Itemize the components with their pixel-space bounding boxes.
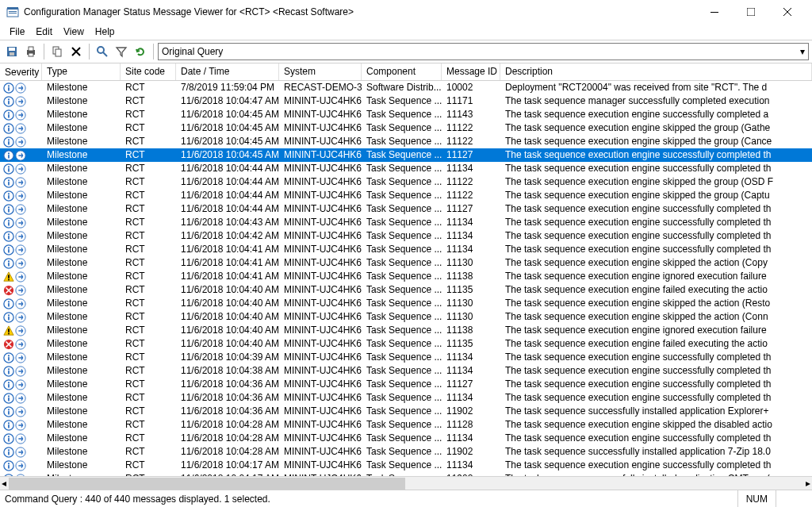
table-row[interactable]: MilestoneRCT11/6/2018 10:04:17 AMMININT-… — [0, 472, 812, 476]
table-row[interactable]: MilestoneRCT11/6/2018 10:04:36 AMMININT-… — [0, 378, 812, 391]
component-cell: Task Sequence ... — [362, 418, 442, 432]
refresh-icon[interactable] — [132, 43, 149, 60]
type-cell: Milestone — [42, 175, 121, 189]
info-icon — [3, 217, 14, 229]
table-row[interactable]: MilestoneRCT11/6/2018 10:04:44 AMMININT-… — [0, 202, 812, 216]
table-row[interactable]: MilestoneRCT11/6/2018 10:04:41 AMMININT-… — [0, 243, 812, 256]
svg-rect-103 — [8, 398, 10, 401]
table-row[interactable]: MilestoneRCT11/6/2018 10:04:45 AMMININT-… — [0, 148, 812, 162]
table-row[interactable]: MilestoneRCT11/6/2018 10:04:42 AMMININT-… — [0, 229, 812, 243]
table-row[interactable]: MilestoneRCT11/6/2018 10:04:36 AMMININT-… — [0, 405, 812, 418]
description-cell: The task sequence execution engine succe… — [500, 148, 812, 162]
header-site[interactable]: Site code — [121, 63, 176, 80]
query-dropdown[interactable]: Original Query ▾ — [158, 43, 809, 60]
severity-cell — [0, 81, 42, 94]
severity-cell — [0, 351, 42, 364]
header-component[interactable]: Component — [362, 63, 442, 80]
header-msgid[interactable]: Message ID — [442, 63, 500, 80]
table-row[interactable]: MilestoneRCT11/6/2018 10:04:41 AMMININT-… — [0, 256, 812, 270]
table-row[interactable]: MilestoneRCT11/6/2018 10:04:28 AMMININT-… — [0, 418, 812, 432]
date-cell: 11/6/2018 10:04:40 AM — [176, 337, 279, 351]
menu-help[interactable]: Help — [90, 25, 120, 38]
table-row[interactable]: MilestoneRCT11/6/2018 10:04:41 AMMININT-… — [0, 270, 812, 283]
find-icon[interactable] — [94, 43, 111, 60]
msgid-cell: 11134 — [442, 459, 500, 472]
message-grid[interactable]: Severity Type Site code Date / Time Syst… — [0, 63, 812, 476]
date-cell: 11/6/2018 10:04:17 AM — [176, 472, 279, 476]
copy-icon[interactable] — [48, 43, 66, 60]
svg-rect-91 — [8, 357, 10, 360]
severity-cell — [0, 135, 42, 148]
svg-rect-37 — [8, 155, 10, 158]
site-cell: RCT — [121, 445, 176, 459]
statusbar: Command Query : 440 of 440 messages disp… — [0, 490, 812, 507]
component-cell: Task Sequence ... — [362, 270, 442, 283]
severity-cell — [0, 337, 42, 351]
svg-rect-3 — [9, 13, 17, 13]
close-button[interactable] — [769, 0, 806, 24]
svg-rect-49 — [8, 195, 10, 198]
delete-icon[interactable] — [67, 43, 85, 60]
table-row[interactable]: MilestoneRCT11/6/2018 10:04:38 AMMININT-… — [0, 364, 812, 378]
type-cell: Milestone — [42, 121, 121, 135]
info-icon — [3, 433, 14, 444]
table-row[interactable]: MilestoneRCT7/8/2019 11:59:04 PMRECAST-D… — [0, 81, 812, 94]
header-type[interactable]: Type — [42, 63, 121, 80]
description-cell: The task sequence execution engine skipp… — [500, 189, 812, 202]
date-cell: 11/6/2018 10:04:47 AM — [176, 94, 279, 108]
arrow-icon — [15, 352, 26, 363]
filter-icon[interactable] — [113, 43, 130, 60]
component-cell: Task Sequence ... — [362, 216, 442, 229]
table-row[interactable]: MilestoneRCT11/6/2018 10:04:40 AMMININT-… — [0, 283, 812, 297]
table-row[interactable]: MilestoneRCT11/6/2018 10:04:28 AMMININT-… — [0, 432, 812, 445]
save-icon[interactable] — [3, 43, 21, 60]
scroll-left-icon[interactable]: ◂ — [0, 478, 8, 489]
table-row[interactable]: MilestoneRCT11/6/2018 10:04:47 AMMININT-… — [0, 94, 812, 108]
table-row[interactable]: MilestoneRCT11/6/2018 10:04:44 AMMININT-… — [0, 162, 812, 175]
table-row[interactable]: MilestoneRCT11/6/2018 10:04:40 AMMININT-… — [0, 297, 812, 310]
menu-view[interactable]: View — [59, 25, 89, 38]
header-system[interactable]: System — [279, 63, 362, 80]
component-cell: Task Sequence ... — [362, 445, 442, 459]
site-cell: RCT — [121, 121, 176, 135]
site-cell: RCT — [121, 94, 176, 108]
table-row[interactable]: MilestoneRCT11/6/2018 10:04:44 AMMININT-… — [0, 189, 812, 202]
svg-point-114 — [8, 436, 10, 437]
svg-rect-7 — [9, 48, 15, 51]
table-row[interactable]: MilestoneRCT11/6/2018 10:04:36 AMMININT-… — [0, 391, 812, 405]
header-severity[interactable]: Severity — [0, 63, 42, 80]
maximize-button[interactable] — [733, 0, 769, 24]
svg-rect-17 — [8, 87, 10, 90]
component-cell: Task Sequence ... — [362, 135, 442, 148]
table-row[interactable]: MilestoneRCT11/6/2018 10:04:45 AMMININT-… — [0, 108, 812, 121]
table-row[interactable]: MilestoneRCT11/6/2018 10:04:45 AMMININT-… — [0, 135, 812, 148]
table-row[interactable]: MilestoneRCT11/6/2018 10:04:28 AMMININT-… — [0, 445, 812, 459]
table-row[interactable]: MilestoneRCT11/6/2018 10:04:40 AMMININT-… — [0, 310, 812, 324]
table-row[interactable]: MilestoneRCT11/6/2018 10:04:43 AMMININT-… — [0, 216, 812, 229]
table-row[interactable]: MilestoneRCT11/6/2018 10:04:40 AMMININT-… — [0, 337, 812, 351]
menu-file[interactable]: File — [5, 25, 29, 38]
minimize-button[interactable] — [696, 0, 733, 24]
header-date[interactable]: Date / Time — [176, 63, 279, 80]
msgid-cell: 11138 — [442, 324, 500, 337]
header-description[interactable]: Description — [500, 63, 812, 80]
menu-edit[interactable]: Edit — [31, 25, 57, 38]
svg-rect-21 — [8, 101, 10, 104]
scroll-right-icon[interactable]: ▸ — [804, 478, 812, 489]
component-cell: Task Sequence ... — [362, 229, 442, 243]
print-icon[interactable] — [22, 43, 40, 60]
table-row[interactable]: MilestoneRCT11/6/2018 10:04:44 AMMININT-… — [0, 175, 812, 189]
table-row[interactable]: MilestoneRCT11/6/2018 10:04:39 AMMININT-… — [0, 351, 812, 364]
svg-point-122 — [8, 463, 10, 464]
msgid-cell: 11135 — [442, 337, 500, 351]
horizontal-scrollbar[interactable]: ◂ ▸ — [0, 476, 812, 490]
type-cell: Milestone — [42, 459, 121, 472]
table-row[interactable]: MilestoneRCT11/6/2018 10:04:45 AMMININT-… — [0, 121, 812, 135]
table-row[interactable]: MilestoneRCT11/6/2018 10:04:17 AMMININT-… — [0, 459, 812, 472]
date-cell: 11/6/2018 10:04:44 AM — [176, 189, 279, 202]
svg-rect-4 — [710, 12, 718, 13]
system-cell: MININT-UJC4HK6 — [279, 121, 362, 135]
scrollbar-thumb[interactable] — [9, 478, 405, 490]
table-row[interactable]: MilestoneRCT11/6/2018 10:04:40 AMMININT-… — [0, 324, 812, 337]
system-cell: MININT-UJC4HK6 — [279, 297, 362, 310]
